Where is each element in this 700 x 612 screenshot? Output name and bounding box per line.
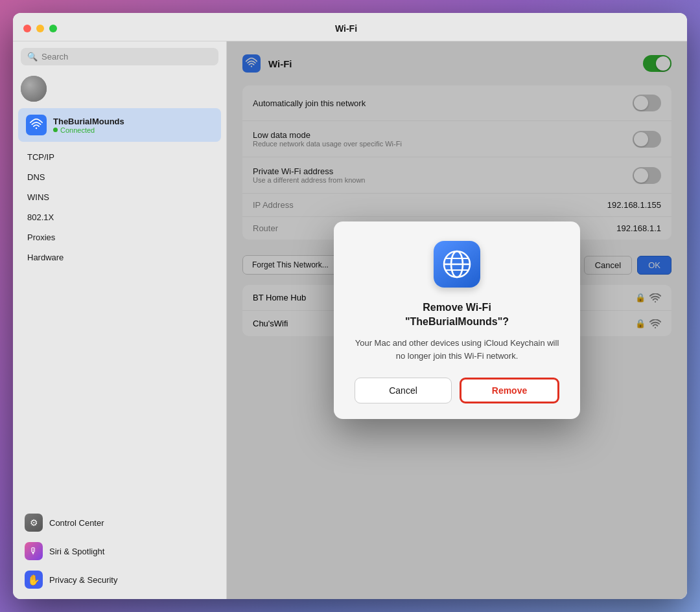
search-icon: 🔍 (27, 52, 38, 62)
sidebar-item-tcpip[interactable]: TCP/IP (18, 147, 221, 167)
main-window: Wi-Fi 🔍 (13, 13, 687, 599)
globe-icon (441, 249, 472, 280)
wifi-icon (26, 115, 47, 135)
sidebar-item-wins[interactable]: WINS (18, 187, 221, 207)
sidebar-item-hardware[interactable]: Hardware (18, 247, 221, 267)
siri-icon: 🎙 (25, 542, 43, 560)
sidebar-item-siri[interactable]: 🎙 Siri & Spotlight (18, 537, 221, 565)
selected-network-item[interactable]: TheBurialMounds Connected (18, 108, 221, 142)
status-dot (53, 128, 58, 132)
title-bar: Wi-Fi (13, 13, 687, 41)
sidebar-item-control-center[interactable]: ⚙ Control Center (18, 508, 221, 537)
network-name: TheBurialMounds (53, 117, 124, 126)
control-center-label: Control Center (49, 518, 104, 528)
sidebar: 🔍 TheBurialMoun (13, 41, 227, 599)
window-title: Wi-Fi (16, 23, 677, 34)
sidebar-item-privacy[interactable]: ✋ Privacy & Security (18, 565, 221, 594)
modal-cancel-button[interactable]: Cancel (355, 378, 452, 403)
avatar (21, 76, 47, 102)
modal-app-icon (434, 241, 480, 288)
siri-label: Siri & Spotlight (49, 547, 104, 556)
modal-body: Your Mac and other devices using iCloud … (355, 337, 559, 362)
main-layout: 🔍 TheBurialMoun (13, 41, 687, 599)
network-info: TheBurialMounds Connected (53, 117, 124, 134)
search-input[interactable] (41, 52, 212, 62)
modal-remove-button[interactable]: Remove (460, 378, 559, 403)
modal-dialog: Remove Wi-Fi"TheBurialMounds"? Your Mac … (334, 221, 580, 420)
modal-buttons: Cancel Remove (355, 378, 559, 403)
search-box: 🔍 (21, 48, 218, 65)
privacy-icon: ✋ (25, 571, 43, 589)
network-status: Connected (53, 126, 124, 134)
search-container: 🔍 (13, 41, 226, 72)
sidebar-nav: TCP/IP DNS WINS 802.1X Proxies Hardware (13, 144, 226, 270)
sidebar-user (13, 72, 226, 106)
sidebar-bottom: ⚙ Control Center 🎙 Siri & Spotlight ✋ Pr… (13, 503, 226, 599)
right-panel: Wi-Fi Automatically join this network Lo… (227, 41, 687, 599)
sidebar-item-8021x[interactable]: 802.1X (18, 207, 221, 227)
sidebar-item-proxies[interactable]: Proxies (18, 227, 221, 247)
privacy-label: Privacy & Security (49, 575, 117, 585)
svg-point-0 (36, 128, 38, 130)
control-center-icon: ⚙ (25, 514, 43, 532)
modal-title: Remove Wi-Fi"TheBurialMounds"? (405, 300, 509, 330)
modal-overlay: Remove Wi-Fi"TheBurialMounds"? Your Mac … (227, 41, 687, 599)
sidebar-item-dns[interactable]: DNS (18, 167, 221, 187)
